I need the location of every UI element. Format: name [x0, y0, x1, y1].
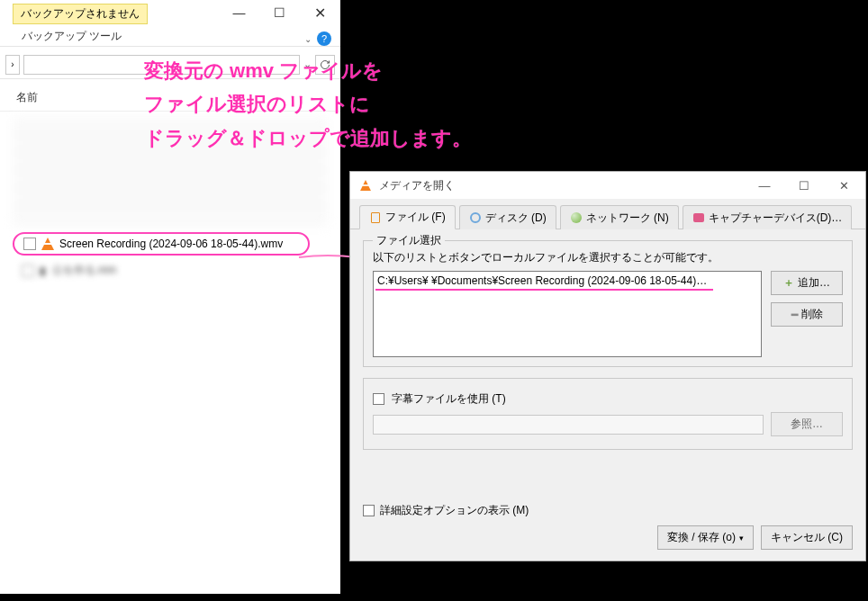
refresh-icon[interactable] — [315, 55, 335, 75]
globe-icon — [570, 211, 583, 224]
file-icon — [369, 211, 382, 224]
subtitle-path-input — [373, 415, 764, 435]
capture-icon — [692, 211, 705, 224]
plus-icon: ＋ — [783, 275, 794, 291]
ribbon-warning-badge: バックアップされません — [13, 4, 148, 24]
dialog-footer: 詳細設定オプションの表示 (M) 変換 / 保存 (o)▾ キャンセル (C) — [363, 503, 853, 550]
dialog-titlebar: メディアを開く — ☐ ✕ — [350, 172, 865, 199]
file-explorer-window: バックアップされません — ☐ ✕ バックアップ ツール ⌄ ? › ⌄ 名前 … — [0, 0, 340, 594]
blurred-files-placeholder — [13, 117, 328, 225]
subtitle-group: 字幕ファイルを使用 (T) 参照… — [363, 378, 853, 450]
close-icon[interactable]: ✕ — [300, 0, 340, 25]
browse-subtitle-button: 参照… — [771, 412, 843, 436]
chevron-down-icon[interactable]: ⌄ — [303, 58, 312, 70]
dialog-title: メディアを開く — [379, 178, 455, 193]
file-item[interactable]: ▮ 公を作る.mm — [13, 259, 328, 282]
advanced-options-label: 詳細設定オプションの表示 (M) — [380, 503, 529, 518]
breadcrumb-last[interactable]: › — [5, 55, 20, 75]
subtitle-checkbox[interactable] — [373, 393, 384, 405]
file-list: Screen Recording (2024-09-06 18-05-44).w… — [0, 112, 340, 282]
tab-label: キャプチャーデバイス(D)… — [709, 211, 843, 226]
file-name-label: Screen Recording (2024-09-06 18-05-44).w… — [59, 238, 283, 250]
minus-icon: ━ — [791, 309, 798, 321]
close-icon[interactable]: ✕ — [824, 173, 863, 198]
ribbon-tab-backup-tools[interactable]: バックアップ ツール — [14, 27, 129, 46]
tab-label: ファイル (F) — [385, 210, 446, 225]
cancel-button[interactable]: キャンセル (C) — [761, 525, 853, 550]
disc-icon — [469, 211, 482, 224]
tab-disc[interactable]: ディスク (D) — [459, 205, 556, 229]
vlc-cone-icon — [41, 238, 54, 250]
window-buttons: — ☐ ✕ — [219, 0, 340, 25]
address-path[interactable] — [23, 55, 300, 75]
file-path-label: C:¥Users¥ ¥Documents¥Screen Recording (2… — [377, 274, 707, 287]
advanced-options-checkbox[interactable] — [363, 505, 375, 516]
vlc-cone-icon — [360, 180, 371, 191]
minimize-icon[interactable]: — — [745, 173, 784, 198]
tab-network[interactable]: ネットワーク (N) — [560, 205, 679, 229]
add-file-button[interactable]: ＋追加… — [771, 271, 843, 295]
dropdown-caret-icon: ▾ — [739, 534, 744, 543]
tab-label: ネットワーク (N) — [586, 211, 669, 226]
tab-capture[interactable]: キャプチャーデバイス(D)… — [683, 205, 853, 229]
subtitle-check-label: 字幕ファイルを使用 (T) — [392, 391, 506, 407]
remove-file-button[interactable]: ━削除 — [771, 302, 843, 327]
tab-file[interactable]: ファイル (F) — [359, 205, 456, 229]
group-title: ファイル選択 — [373, 233, 445, 248]
file-selection-group: ファイル選択 以下のリストとボタンでローカルファイルを選択することが可能です。 … — [363, 240, 853, 367]
address-bar: › ⌄ — [0, 50, 340, 79]
checkbox-icon[interactable] — [23, 238, 36, 250]
vlc-open-media-dialog: メディアを開く — ☐ ✕ ファイル (F) ディスク (D) ネットワーク (… — [349, 171, 866, 561]
file-item-selected[interactable]: Screen Recording (2024-09-06 18-05-44).w… — [13, 232, 310, 256]
maximize-icon[interactable]: ☐ — [259, 0, 300, 25]
chevron-down-icon[interactable]: ⌄ — [304, 34, 312, 44]
file-list-entry[interactable]: C:¥Users¥ ¥Documents¥Screen Recording (2… — [375, 274, 759, 288]
maximize-icon[interactable]: ☐ — [784, 173, 824, 198]
file-name-label: 公を作る.mm — [52, 263, 116, 278]
explorer-titlebar: バックアップされません — ☐ ✕ — [0, 0, 340, 27]
file-hint-text: 以下のリストとボタンでローカルファイルを選択することが可能です。 — [373, 250, 843, 265]
checkbox-icon[interactable] — [22, 265, 34, 277]
tab-label: ディスク (D) — [485, 211, 547, 226]
convert-save-button[interactable]: 変換 / 保存 (o)▾ — [657, 525, 754, 550]
annotation-underline — [375, 289, 713, 291]
ribbon-tabs: バックアップ ツール ⌄ ? — [0, 27, 340, 47]
help-icon[interactable]: ? — [317, 31, 331, 46]
column-header-name[interactable]: 名前 — [0, 85, 340, 112]
media-source-tabs: ファイル (F) ディスク (D) ネットワーク (N) キャプチャーデバイス(… — [350, 199, 865, 229]
file-listbox[interactable]: C:¥Users¥ ¥Documents¥Screen Recording (2… — [373, 271, 762, 357]
minimize-icon[interactable]: — — [219, 0, 259, 25]
